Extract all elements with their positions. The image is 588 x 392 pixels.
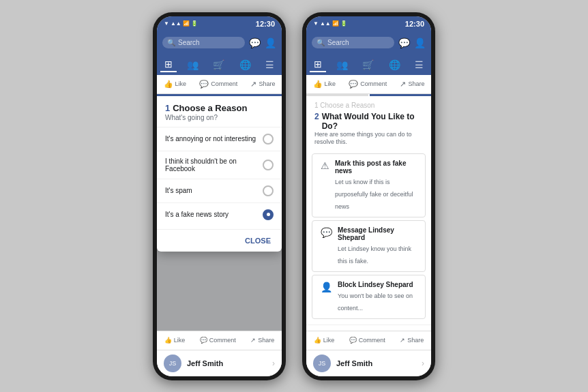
step-number-1: 1 Choose a Reason <box>165 103 274 113</box>
action-message[interactable]: 💬 Message Lindsey Shepard Let Lindsey kn… <box>312 220 426 272</box>
nav-globe-1[interactable]: 🌐 <box>235 58 255 72</box>
search-placeholder-2: Search <box>327 39 349 46</box>
messenger-icon-1[interactable]: 💬 <box>249 37 261 48</box>
friends-icon-2[interactable]: 👤 <box>414 37 426 48</box>
like-btn-2[interactable]: 👍 Like <box>313 80 336 89</box>
action-options-2: ⚠ Mark this post as fake news Let us kno… <box>306 148 431 325</box>
top-nav-1: 🔍 Search 💬 👤 <box>157 31 282 55</box>
options-list-1: It's annoying or not interesting I think… <box>157 124 282 229</box>
search-bar-2[interactable]: 🔍 Search <box>312 37 394 48</box>
option-row-2[interactable]: It's spam <box>157 179 282 202</box>
nav-menu-2[interactable]: ☰ <box>411 58 428 72</box>
icon-nav-1: ⊞ 👥 🛒 🌐 ☰ <box>157 55 282 75</box>
modal-1: 1 Choose a Reason What's going on? It's … <box>157 94 282 252</box>
avatar-initials-1: JS <box>169 360 177 367</box>
option-row-0[interactable]: It's annoying or not interesting <box>157 127 282 151</box>
status-signal: ▼ ▲▲ 📶 🔋 <box>164 20 198 27</box>
option-text-3: It's a fake news story <box>165 211 229 218</box>
block-icon: 👤 <box>321 282 332 292</box>
action-fake-news[interactable]: ⚠ Mark this post as fake news Let us kno… <box>312 153 426 217</box>
bottom-bar-2: 👍 Like 💬 Comment ↗ Share <box>306 331 431 350</box>
radio-1[interactable] <box>263 160 274 170</box>
bottom-share-icon-2: ↗ <box>400 337 405 344</box>
status-bar-1: ▼ ▲▲ 📶 🔋 12:30 <box>157 16 282 31</box>
bottom-bar-1: 👍 Like 💬 Comment ↗ Share <box>157 331 282 350</box>
bottom-share-label-1: Share <box>258 337 274 344</box>
share-btn-2[interactable]: ↗ Share <box>400 80 424 89</box>
friends-icon-1[interactable]: 👤 <box>265 37 276 48</box>
search-bar-1[interactable]: 🔍 Search <box>162 37 245 48</box>
bottom-comment-icon-2: 💬 <box>349 337 357 344</box>
step-num-1: 1 <box>165 103 170 113</box>
bottom-share-2[interactable]: ↗ Share <box>400 337 424 344</box>
nav-globe-2[interactable]: 🌐 <box>385 58 405 72</box>
close-button-1[interactable]: CLOSE <box>242 235 274 246</box>
like-btn-1[interactable]: 👍 Like <box>164 80 187 89</box>
bottom-like-2[interactable]: 👍 Like <box>314 337 335 344</box>
radio-0[interactable] <box>263 134 274 145</box>
bottom-share-icon-1: ↗ <box>250 337 256 344</box>
bottom-share-1[interactable]: ↗ Share <box>250 337 274 344</box>
bottom-comment-1[interactable]: 💬 Comment <box>200 337 236 344</box>
warning-icon: ⚠ <box>321 160 329 171</box>
action-message-title: Message Lindsey Shepard <box>338 226 417 241</box>
bottom-like-label-2: Like <box>323 337 335 344</box>
comment-icon-2: 💬 <box>349 80 358 89</box>
like-label-2: Like <box>325 80 336 87</box>
chevron-right-2: › <box>422 359 424 368</box>
radio-3[interactable] <box>263 209 274 220</box>
nav-home-1[interactable]: ⊞ <box>160 57 177 72</box>
feed-user-row-1: JS Jeff Smith › <box>157 350 282 376</box>
action-fake-news-text: Mark this post as fake news Let us know … <box>335 160 417 211</box>
option-row-3[interactable]: It's a fake news story <box>157 202 282 226</box>
action-message-desc: Let Lindsey know you think this is fake. <box>338 245 411 265</box>
comment-icon-1: 💬 <box>199 80 209 89</box>
modal-overlay-2: 1 Choose a Reason 2 What Would You Like … <box>306 94 431 331</box>
option-row-1[interactable]: I think it shouldn't be on Facebook <box>157 151 282 179</box>
radio-2[interactable] <box>263 185 274 196</box>
share-label-1: Share <box>259 80 275 87</box>
action-fake-news-desc: Let us know if this is purposefully fake… <box>335 179 413 210</box>
phone-2: ▼ ▲▲ 📶 🔋 12:30 🔍 Search 💬 👤 ⊞ 👥 🛒 🌐 ☰ <box>302 12 435 380</box>
action-block[interactable]: 👤 Block Lindsey Shepard You won't be abl… <box>312 275 426 319</box>
like-icon-2: 👍 <box>313 80 323 89</box>
step2-title-row: 2 What Would You Like to Do? <box>314 112 423 131</box>
feed-area-1: 1 Choose a Reason What's going on? It's … <box>157 94 282 331</box>
modal-overlay-1: 1 Choose a Reason What's going on? It's … <box>157 94 282 331</box>
bottom-like-icon-1: 👍 <box>164 337 172 344</box>
user-name-1: Jeff Smith <box>187 359 223 367</box>
option-text-2: It's spam <box>165 187 192 194</box>
messenger-icon-2[interactable]: 💬 <box>398 37 410 48</box>
nav-marketplace-2[interactable]: 🛒 <box>358 58 378 72</box>
step2-header-2: 1 Choose a Reason 2 What Would You Like … <box>306 96 431 148</box>
nav-friends-2[interactable]: 👥 <box>332 58 352 72</box>
option-text-0: It's annoying or not interesting <box>165 135 256 142</box>
share-icon-1: ↗ <box>250 80 256 89</box>
progress-bar-active-2 <box>370 94 432 96</box>
action-block-text: Block Lindsey Shepard You won't be able … <box>338 281 417 313</box>
search-icon-1: 🔍 <box>167 39 175 46</box>
share-btn-1[interactable]: ↗ Share <box>250 80 275 89</box>
comment-label-2: Comment <box>360 80 387 87</box>
comment-btn-2[interactable]: 💬 Comment <box>349 80 387 89</box>
step2-num: 2 <box>314 112 319 121</box>
nav-friends-1[interactable]: 👥 <box>183 58 203 72</box>
nav-home-2[interactable]: ⊞ <box>310 57 326 72</box>
bottom-comment-icon-1: 💬 <box>200 337 207 344</box>
step-subtitle-1: What's going on? <box>165 114 274 121</box>
bottom-comment-2[interactable]: 💬 Comment <box>349 337 385 344</box>
comment-btn-1[interactable]: 💬 Comment <box>199 80 237 89</box>
step1-done-label: 1 Choose a Reason <box>314 102 423 109</box>
bottom-like-1[interactable]: 👍 Like <box>164 337 186 344</box>
nav-marketplace-1[interactable]: 🛒 <box>209 58 229 72</box>
action-message-text: Message Lindsey Shepard Let Lindsey know… <box>338 226 417 266</box>
modal-footer-1: CLOSE <box>157 229 282 252</box>
action-fake-news-title: Mark this post as fake news <box>335 160 417 175</box>
nav-menu-1[interactable]: ☰ <box>261 58 278 72</box>
avatar-initials-2: JS <box>319 360 326 367</box>
phone-1: ▼ ▲▲ 📶 🔋 12:30 🔍 Search 💬 👤 ⊞ 👥 🛒 🌐 ☰ <box>153 12 286 380</box>
comment-label-1: Comment <box>211 80 237 87</box>
chevron-right-1: › <box>272 359 275 368</box>
bottom-comment-label-2: Comment <box>359 337 385 344</box>
progress-bar-done-2 <box>306 94 368 96</box>
